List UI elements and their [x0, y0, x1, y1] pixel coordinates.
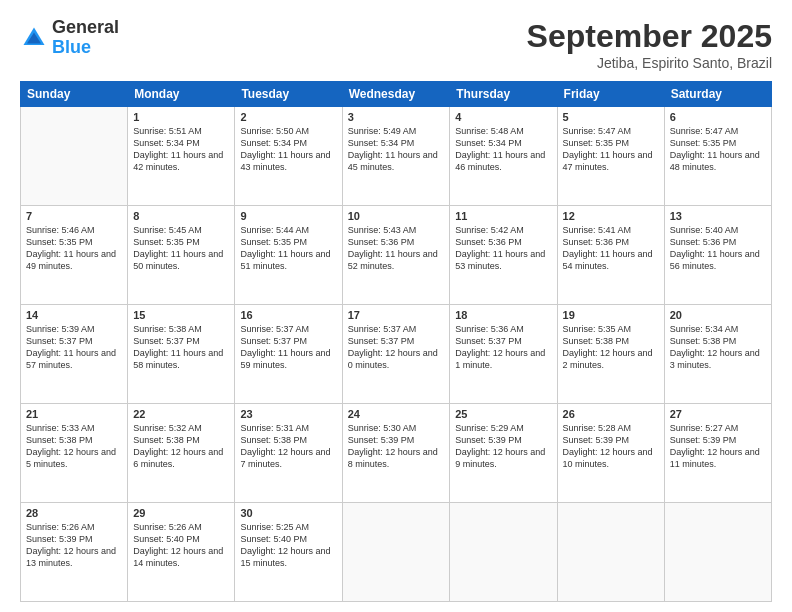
title-block: September 2025 Jetiba, Espirito Santo, B… — [527, 18, 772, 71]
day-info: Sunrise: 5:45 AM Sunset: 5:35 PM Dayligh… — [133, 224, 229, 273]
day-info: Sunrise: 5:25 AM Sunset: 5:40 PM Dayligh… — [240, 521, 336, 570]
calendar-cell: 24Sunrise: 5:30 AM Sunset: 5:39 PM Dayli… — [342, 404, 450, 503]
day-info: Sunrise: 5:44 AM Sunset: 5:35 PM Dayligh… — [240, 224, 336, 273]
calendar: SundayMondayTuesdayWednesdayThursdayFrid… — [20, 81, 772, 602]
calendar-cell: 12Sunrise: 5:41 AM Sunset: 5:36 PM Dayli… — [557, 206, 664, 305]
day-info: Sunrise: 5:48 AM Sunset: 5:34 PM Dayligh… — [455, 125, 551, 174]
calendar-week: 1Sunrise: 5:51 AM Sunset: 5:34 PM Daylig… — [21, 107, 772, 206]
day-info: Sunrise: 5:50 AM Sunset: 5:34 PM Dayligh… — [240, 125, 336, 174]
logo-icon — [20, 24, 48, 52]
calendar-header: SundayMondayTuesdayWednesdayThursdayFrid… — [21, 82, 772, 107]
calendar-cell: 1Sunrise: 5:51 AM Sunset: 5:34 PM Daylig… — [128, 107, 235, 206]
day-number: 18 — [455, 309, 551, 321]
logo: General Blue — [20, 18, 119, 58]
calendar-cell: 4Sunrise: 5:48 AM Sunset: 5:34 PM Daylig… — [450, 107, 557, 206]
day-number: 27 — [670, 408, 766, 420]
day-number: 11 — [455, 210, 551, 222]
day-number: 17 — [348, 309, 445, 321]
logo-blue: Blue — [52, 37, 91, 57]
day-info: Sunrise: 5:26 AM Sunset: 5:40 PM Dayligh… — [133, 521, 229, 570]
location: Jetiba, Espirito Santo, Brazil — [527, 55, 772, 71]
day-number: 13 — [670, 210, 766, 222]
day-info: Sunrise: 5:29 AM Sunset: 5:39 PM Dayligh… — [455, 422, 551, 471]
day-number: 16 — [240, 309, 336, 321]
calendar-cell: 6Sunrise: 5:47 AM Sunset: 5:35 PM Daylig… — [664, 107, 771, 206]
day-number: 14 — [26, 309, 122, 321]
calendar-week: 7Sunrise: 5:46 AM Sunset: 5:35 PM Daylig… — [21, 206, 772, 305]
day-info: Sunrise: 5:34 AM Sunset: 5:38 PM Dayligh… — [670, 323, 766, 372]
day-info: Sunrise: 5:36 AM Sunset: 5:37 PM Dayligh… — [455, 323, 551, 372]
day-of-week-header: Wednesday — [342, 82, 450, 107]
calendar-cell: 20Sunrise: 5:34 AM Sunset: 5:38 PM Dayli… — [664, 305, 771, 404]
calendar-cell: 26Sunrise: 5:28 AM Sunset: 5:39 PM Dayli… — [557, 404, 664, 503]
day-number: 4 — [455, 111, 551, 123]
day-number: 25 — [455, 408, 551, 420]
calendar-cell: 3Sunrise: 5:49 AM Sunset: 5:34 PM Daylig… — [342, 107, 450, 206]
calendar-cell — [342, 503, 450, 602]
calendar-cell: 5Sunrise: 5:47 AM Sunset: 5:35 PM Daylig… — [557, 107, 664, 206]
day-number: 26 — [563, 408, 659, 420]
calendar-cell: 22Sunrise: 5:32 AM Sunset: 5:38 PM Dayli… — [128, 404, 235, 503]
calendar-cell: 11Sunrise: 5:42 AM Sunset: 5:36 PM Dayli… — [450, 206, 557, 305]
day-of-week-header: Tuesday — [235, 82, 342, 107]
day-number: 2 — [240, 111, 336, 123]
day-of-week-header: Sunday — [21, 82, 128, 107]
day-number: 1 — [133, 111, 229, 123]
day-info: Sunrise: 5:37 AM Sunset: 5:37 PM Dayligh… — [240, 323, 336, 372]
day-number: 19 — [563, 309, 659, 321]
calendar-cell: 14Sunrise: 5:39 AM Sunset: 5:37 PM Dayli… — [21, 305, 128, 404]
calendar-cell — [450, 503, 557, 602]
calendar-cell: 16Sunrise: 5:37 AM Sunset: 5:37 PM Dayli… — [235, 305, 342, 404]
day-number: 6 — [670, 111, 766, 123]
day-info: Sunrise: 5:46 AM Sunset: 5:35 PM Dayligh… — [26, 224, 122, 273]
day-number: 9 — [240, 210, 336, 222]
calendar-cell — [21, 107, 128, 206]
day-number: 24 — [348, 408, 445, 420]
calendar-cell: 29Sunrise: 5:26 AM Sunset: 5:40 PM Dayli… — [128, 503, 235, 602]
calendar-cell: 18Sunrise: 5:36 AM Sunset: 5:37 PM Dayli… — [450, 305, 557, 404]
day-info: Sunrise: 5:47 AM Sunset: 5:35 PM Dayligh… — [670, 125, 766, 174]
calendar-week: 14Sunrise: 5:39 AM Sunset: 5:37 PM Dayli… — [21, 305, 772, 404]
day-info: Sunrise: 5:47 AM Sunset: 5:35 PM Dayligh… — [563, 125, 659, 174]
day-of-week-header: Thursday — [450, 82, 557, 107]
calendar-cell: 25Sunrise: 5:29 AM Sunset: 5:39 PM Dayli… — [450, 404, 557, 503]
calendar-cell: 9Sunrise: 5:44 AM Sunset: 5:35 PM Daylig… — [235, 206, 342, 305]
day-number: 30 — [240, 507, 336, 519]
day-of-week-header: Monday — [128, 82, 235, 107]
logo-general: General — [52, 17, 119, 37]
header: General Blue September 2025 Jetiba, Espi… — [20, 18, 772, 71]
day-number: 22 — [133, 408, 229, 420]
day-number: 10 — [348, 210, 445, 222]
calendar-cell: 17Sunrise: 5:37 AM Sunset: 5:37 PM Dayli… — [342, 305, 450, 404]
calendar-week: 28Sunrise: 5:26 AM Sunset: 5:39 PM Dayli… — [21, 503, 772, 602]
calendar-cell: 13Sunrise: 5:40 AM Sunset: 5:36 PM Dayli… — [664, 206, 771, 305]
calendar-cell: 19Sunrise: 5:35 AM Sunset: 5:38 PM Dayli… — [557, 305, 664, 404]
day-info: Sunrise: 5:27 AM Sunset: 5:39 PM Dayligh… — [670, 422, 766, 471]
calendar-cell: 23Sunrise: 5:31 AM Sunset: 5:38 PM Dayli… — [235, 404, 342, 503]
day-number: 15 — [133, 309, 229, 321]
calendar-cell: 27Sunrise: 5:27 AM Sunset: 5:39 PM Dayli… — [664, 404, 771, 503]
day-number: 20 — [670, 309, 766, 321]
logo-text: General Blue — [52, 18, 119, 58]
day-info: Sunrise: 5:41 AM Sunset: 5:36 PM Dayligh… — [563, 224, 659, 273]
day-info: Sunrise: 5:26 AM Sunset: 5:39 PM Dayligh… — [26, 521, 122, 570]
day-of-week-header: Friday — [557, 82, 664, 107]
day-info: Sunrise: 5:51 AM Sunset: 5:34 PM Dayligh… — [133, 125, 229, 174]
calendar-cell — [557, 503, 664, 602]
day-number: 28 — [26, 507, 122, 519]
month-title: September 2025 — [527, 18, 772, 55]
calendar-cell: 15Sunrise: 5:38 AM Sunset: 5:37 PM Dayli… — [128, 305, 235, 404]
day-info: Sunrise: 5:33 AM Sunset: 5:38 PM Dayligh… — [26, 422, 122, 471]
calendar-cell: 10Sunrise: 5:43 AM Sunset: 5:36 PM Dayli… — [342, 206, 450, 305]
day-info: Sunrise: 5:35 AM Sunset: 5:38 PM Dayligh… — [563, 323, 659, 372]
day-number: 3 — [348, 111, 445, 123]
calendar-body: 1Sunrise: 5:51 AM Sunset: 5:34 PM Daylig… — [21, 107, 772, 602]
day-info: Sunrise: 5:40 AM Sunset: 5:36 PM Dayligh… — [670, 224, 766, 273]
day-number: 12 — [563, 210, 659, 222]
day-of-week-header: Saturday — [664, 82, 771, 107]
day-info: Sunrise: 5:49 AM Sunset: 5:34 PM Dayligh… — [348, 125, 445, 174]
day-number: 23 — [240, 408, 336, 420]
calendar-cell: 21Sunrise: 5:33 AM Sunset: 5:38 PM Dayli… — [21, 404, 128, 503]
calendar-cell: 28Sunrise: 5:26 AM Sunset: 5:39 PM Dayli… — [21, 503, 128, 602]
day-info: Sunrise: 5:32 AM Sunset: 5:38 PM Dayligh… — [133, 422, 229, 471]
